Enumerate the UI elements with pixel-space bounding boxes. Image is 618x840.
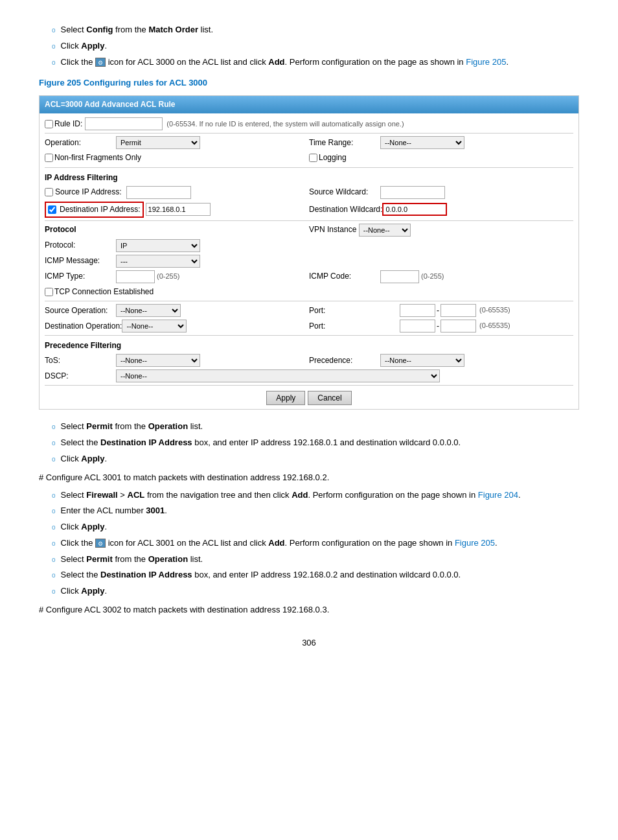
dest-ip-row: Destination IP Address: Destination Wild…	[45, 202, 573, 218]
icmp-type-code-row: ICMP Type: (0-255) ICMP Code: (0-255)	[45, 270, 573, 283]
icmp-code-label: ICMP Code:	[309, 270, 380, 283]
dest-op-select[interactable]: --None--	[122, 320, 187, 332]
source-port-input1[interactable]	[400, 304, 435, 317]
icmp-message-row: ICMP Message: ---	[45, 255, 573, 268]
icmp-code-input[interactable]	[380, 270, 419, 283]
dest-ip-label: Destination IP Address:	[60, 204, 141, 216]
dest-port-label: Port:	[309, 320, 400, 332]
protocol-row: Protocol: IP TCP UDP ICMP	[45, 239, 573, 252]
source-port-range-note: (0-65535)	[479, 305, 510, 316]
acl-form: ACL=3000 Add Advanced ACL Rule Rule ID: …	[39, 95, 579, 410]
operation-col: Operation: Permit Deny	[45, 136, 309, 149]
protocol-select[interactable]: IP TCP UDP ICMP	[116, 239, 200, 252]
figure204-link[interactable]: Figure 204	[478, 490, 518, 500]
source-ip-checkbox[interactable]	[45, 188, 53, 196]
operation-label: Operation:	[45, 137, 116, 149]
source-port-col: Port: - (0-65535)	[309, 304, 573, 317]
logging-checkbox[interactable]	[309, 154, 317, 162]
protocol-label: Protocol:	[45, 239, 116, 251]
source-wildcard-label: Source Wildcard:	[309, 186, 380, 198]
dscp-select[interactable]: --None--	[116, 369, 440, 382]
tos-precedence-row: ToS: --None-- Precedence: --None--	[45, 354, 573, 367]
dest-op-label: Destination Operation:	[45, 320, 122, 332]
dest-wildcard-input[interactable]	[382, 203, 447, 216]
mid-bullet-circle-1: o	[52, 422, 56, 432]
tos-col: ToS: --None--	[45, 354, 309, 367]
acl3001-bullet-5: o Select Permit from the Operation list.	[52, 553, 579, 566]
rule-id-note: (0-65534. If no rule ID is entered, the …	[166, 119, 404, 130]
dest-op-col: Destination Operation: --None--	[45, 320, 309, 332]
mid-bullet-circle-2: o	[52, 438, 56, 449]
icmp-type-input[interactable]	[116, 270, 155, 283]
logging-col: Logging	[309, 152, 573, 164]
acl3001-bullet-6: o Select the Destination IP Address box,…	[52, 568, 579, 582]
source-op-select[interactable]: --None--	[116, 304, 181, 317]
dest-ip-col: Destination IP Address:	[45, 202, 309, 218]
bullet-circle-1: o	[52, 25, 56, 36]
dest-op-row: Destination Operation: --None-- Port: - …	[45, 320, 573, 332]
operation-time-row: Operation: Permit Deny Time Range: --Non…	[45, 136, 573, 149]
bullet-circle-3: o	[52, 58, 56, 68]
icmp-message-select[interactable]: ---	[116, 255, 200, 268]
dest-ip-checkbox[interactable]	[48, 205, 56, 214]
time-range-select[interactable]: --None--	[380, 136, 464, 149]
dest-port-col: Port: - (0-65535)	[309, 320, 573, 332]
dest-wildcard-label: Destination Wildcard:	[309, 204, 382, 216]
dest-ip-input[interactable]	[146, 203, 211, 216]
dscp-col: DSCP: --None--	[45, 369, 573, 382]
icmp-message-col: ICMP Message: ---	[45, 255, 309, 268]
precedence-select[interactable]: --None--	[380, 354, 464, 367]
rule-id-input[interactable]	[85, 117, 163, 130]
tcp-conn-checkbox[interactable]	[45, 288, 53, 296]
source-op-label: Source Operation:	[45, 305, 116, 317]
acl3001-bullet-7: o Click Apply.	[52, 585, 579, 598]
icmp-message-label: ICMP Message:	[45, 255, 116, 267]
vpn-select[interactable]: --None--	[359, 224, 411, 237]
precedence-label: Precedence:	[309, 355, 380, 367]
mid-bullet-3: o Click Apply.	[52, 452, 579, 466]
dest-port-input2[interactable]	[441, 320, 476, 332]
dest-port-input1[interactable]	[400, 320, 435, 332]
bullet-1: o Select Config from the Match Order lis…	[52, 23, 579, 37]
protocol-vpn-titles-row: Protocol VPN Instance --None--	[45, 224, 573, 237]
figure205-link-top[interactable]: Figure 205	[466, 57, 506, 67]
source-ip-input[interactable]	[126, 186, 191, 199]
source-port-input2[interactable]	[441, 304, 476, 317]
source-wildcard-input[interactable]	[380, 186, 445, 199]
source-op-col: Source Operation: --None--	[45, 304, 309, 317]
acl3001-bullet-2: o Enter the ACL number 3001.	[52, 504, 579, 518]
fragments-logging-row: Non-first Fragments Only Logging	[45, 152, 573, 164]
dest-port-range-note: (0-65535)	[479, 320, 510, 332]
non-first-fragments-checkbox[interactable]	[45, 154, 53, 162]
cancel-button[interactable]: Cancel	[308, 391, 351, 405]
bullet-3: o Click the ⚙ icon for ACL 3000 on the A…	[52, 56, 579, 69]
acl3001-circle-3: o	[52, 522, 56, 533]
acl3001-circle-6: o	[52, 570, 56, 581]
form-buttons: Apply Cancel	[45, 391, 573, 405]
mid-bullet-1: o Select Permit from the Operation list.	[52, 420, 579, 434]
non-first-fragments-label: Non-first Fragments Only	[54, 152, 141, 164]
bullet-circle-2: o	[52, 41, 56, 52]
hash-note-1: # Configure ACL 3001 to match packets wi…	[39, 471, 579, 485]
top-bullet-list: o Select Config from the Match Order lis…	[52, 23, 579, 69]
apply-button[interactable]: Apply	[266, 391, 305, 405]
tos-label: ToS:	[45, 355, 116, 367]
ip-section-title: IP Address Filtering	[45, 172, 573, 184]
icmp-type-col: ICMP Type: (0-255)	[45, 270, 309, 283]
time-range-col: Time Range: --None--	[309, 136, 573, 149]
rule-id-checkbox[interactable]	[45, 120, 53, 128]
dest-ip-checkbox-wrapper: Destination IP Address:	[45, 202, 144, 218]
figure205-link-bottom[interactable]: Figure 205	[455, 538, 495, 548]
source-ip-col: Source IP Address:	[45, 186, 309, 199]
mid-bullet-2: o Select the Destination IP Address box,…	[52, 436, 579, 450]
tcp-conn-row: TCP Connection Established	[45, 286, 573, 298]
config-icon-inline-2: ⚙	[95, 539, 106, 548]
precedence-col: Precedence: --None--	[309, 354, 573, 367]
operation-select[interactable]: Permit Deny	[116, 136, 200, 149]
dest-port-range: - (0-65535)	[400, 320, 510, 332]
tos-select[interactable]: --None--	[116, 354, 200, 367]
mid-bullet-circle-3: o	[52, 454, 56, 465]
acl3001-circle-1: o	[52, 491, 56, 501]
rule-id-label: Rule ID:	[54, 118, 82, 130]
source-ip-label: Source IP Address:	[55, 186, 126, 198]
